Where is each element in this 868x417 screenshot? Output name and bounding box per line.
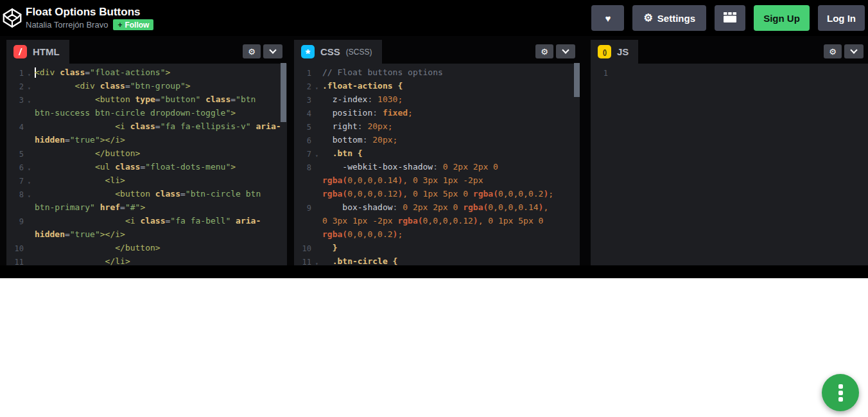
code-row[interactable]: rgba(0,0,0,0.14), 0 3px 1px -2px: [294, 173, 580, 187]
gear-icon: ⚙: [541, 47, 548, 57]
code-row[interactable]: 3▾ <button type="button" class="btn: [6, 93, 287, 106]
code-row[interactable]: 10 </button>: [6, 241, 287, 254]
code-row[interactable]: 11▾ .btn-circle {: [294, 254, 580, 265]
code-row[interactable]: 6▾ <ul class="float-dots-menu">: [6, 160, 287, 173]
code-row[interactable]: 2▾.float-actions {: [294, 79, 580, 93]
line-number: 8: [294, 160, 311, 173]
editor-collapse-button[interactable]: [556, 44, 575, 58]
code-area-js[interactable]: 1: [591, 64, 868, 265]
line-number: 4: [6, 120, 24, 133]
editor-label-css: CSS: [320, 46, 340, 57]
pen-info: Float Options Buttons Natalia Torrejón B…: [26, 6, 153, 30]
editor-settings-button[interactable]: ⚙: [824, 44, 842, 58]
editor-settings-button[interactable]: ⚙: [535, 44, 553, 58]
code-row[interactable]: 11 </li>: [6, 254, 287, 265]
code-row[interactable]: 5 right: 20px;: [294, 120, 580, 133]
fold-arrow-icon[interactable]: ▾: [24, 79, 35, 93]
fold-gutter: [608, 66, 619, 79]
scrollbar-thumb[interactable]: [574, 63, 580, 97]
fold-gutter: [24, 214, 35, 227]
heart-icon: ♥: [605, 13, 611, 24]
code-row[interactable]: hidden="true"></i>: [6, 133, 287, 146]
code-row[interactable]: 3 z-index: 1030;: [294, 93, 580, 106]
code-row[interactable]: 1// Float buttons options: [294, 66, 580, 79]
line-number: [294, 227, 311, 241]
editor-sublabel-css: (SCSS): [346, 48, 372, 57]
code-text: position: fixed;: [322, 106, 413, 120]
code-row[interactable]: 6 bottom: 20px;: [294, 133, 580, 146]
line-number: 7: [294, 146, 311, 160]
code-row[interactable]: 8 -webkit-box-shadow: 0 2px 2px 0: [294, 160, 580, 173]
scrollbar-thumb[interactable]: [281, 63, 286, 122]
fold-gutter: [311, 241, 322, 254]
code-row[interactable]: 5 </button>: [6, 146, 287, 160]
code-text: .float-actions {: [322, 79, 403, 93]
line-number: 3: [294, 93, 311, 106]
code-lines: 1// Float buttons options2▾.float-action…: [294, 66, 580, 265]
top-bar: Float Options Buttons Natalia Torrejón B…: [0, 0, 868, 36]
fold-arrow-icon[interactable]: ▾: [311, 254, 322, 265]
code-row[interactable]: btn-success btn-circle dropdown-toggle">: [6, 106, 287, 120]
line-number: 1: [294, 66, 311, 79]
change-view-button[interactable]: [715, 5, 745, 31]
code-row[interactable]: 8▾ <button class="btn-circle btn: [6, 187, 287, 200]
editor-settings-button[interactable]: ⚙: [243, 44, 261, 58]
signup-button[interactable]: Sign Up: [754, 5, 810, 31]
code-row[interactable]: rgba(0,0,0,0.2);: [294, 227, 580, 241]
fold-arrow-icon[interactable]: ▾: [311, 146, 322, 160]
like-button[interactable]: ♥: [591, 5, 624, 31]
follow-button[interactable]: + Follow: [113, 19, 153, 30]
editor-collapse-button[interactable]: [844, 44, 864, 58]
code-text: rgba(0,0,0,0.14), 0 3px 1px -2px: [322, 173, 483, 187]
line-number: [294, 187, 311, 200]
code-row[interactable]: 1▾<div class="float-actions">: [6, 66, 287, 79]
code-row[interactable]: 7▾ .btn {: [294, 146, 580, 160]
code-area-html[interactable]: 1▾<div class="float-actions">2▾ <div cla…: [6, 64, 287, 265]
fold-arrow-icon[interactable]: ▾: [24, 160, 35, 173]
code-text: z-index: 1030;: [322, 93, 403, 106]
fold-gutter: [24, 241, 35, 254]
fold-arrow-icon[interactable]: ▾: [24, 66, 35, 79]
code-row[interactable]: 4 <i class="fa fa-ellipsis-v" aria-: [6, 120, 287, 133]
code-text: // Float buttons options: [322, 66, 443, 79]
code-text: <li>: [35, 173, 125, 187]
editor-tab-css: * CSS (SCSS): [294, 40, 382, 64]
code-row[interactable]: 9 box-shadow: 0 2px 2px 0 rgba(0,0,0,0.1…: [294, 200, 580, 214]
fab-button[interactable]: [822, 374, 859, 411]
fold-arrow-icon[interactable]: ▾: [24, 187, 35, 200]
login-button[interactable]: Log In: [818, 5, 865, 31]
js-icon: (): [598, 45, 611, 58]
code-row[interactable]: 1: [591, 66, 868, 79]
code-row[interactable]: 9 <i class="fa fa-bell" aria-: [6, 214, 287, 227]
fold-arrow-icon[interactable]: ▾: [24, 93, 35, 106]
code-row[interactable]: rgba(0,0,0,0.12), 0 1px 5px 0 rgba(0,0,0…: [294, 187, 580, 200]
editor-tab-html: / HTML: [6, 40, 69, 64]
editor-panel-css: * CSS (SCSS) ⚙ 1// Float buttons options…: [294, 40, 580, 265]
code-text: bottom: 20px;: [322, 133, 397, 146]
editor-header-js: () JS ⚙: [591, 40, 868, 64]
code-row[interactable]: 10 }: [294, 241, 580, 254]
code-text: }: [322, 241, 337, 254]
code-row[interactable]: 4 position: fixed;: [294, 106, 580, 120]
preview-area: [0, 278, 868, 417]
code-row[interactable]: 7▾ <li>: [6, 173, 287, 187]
code-row[interactable]: 0 3px 1px -2px rgba(0,0,0,0.12), 0 1px 5…: [294, 214, 580, 227]
line-number: [6, 106, 24, 120]
code-text: </button>: [35, 146, 140, 160]
code-text: hidden="true"></i>: [35, 133, 125, 146]
code-row[interactable]: 2▾ <div class="btn-group">: [6, 79, 287, 93]
line-number: 10: [6, 241, 24, 254]
settings-label: Settings: [657, 13, 695, 24]
code-text: right: 20px;: [322, 120, 393, 133]
code-row[interactable]: hidden="true"></i>: [6, 227, 287, 241]
fold-arrow-icon[interactable]: ▾: [311, 79, 322, 93]
codepen-logo-icon[interactable]: [1, 7, 23, 29]
editor-collapse-button[interactable]: [263, 44, 282, 58]
settings-button[interactable]: ⚙ Settings: [632, 5, 706, 31]
code-row[interactable]: btn-primary" href="#">: [6, 200, 287, 214]
code-area-css[interactable]: 1// Float buttons options2▾.float-action…: [294, 64, 580, 265]
line-number: 11: [294, 254, 311, 265]
fold-arrow-icon[interactable]: ▾: [24, 173, 35, 187]
fold-gutter: [311, 227, 322, 241]
line-number: 8: [6, 187, 24, 200]
